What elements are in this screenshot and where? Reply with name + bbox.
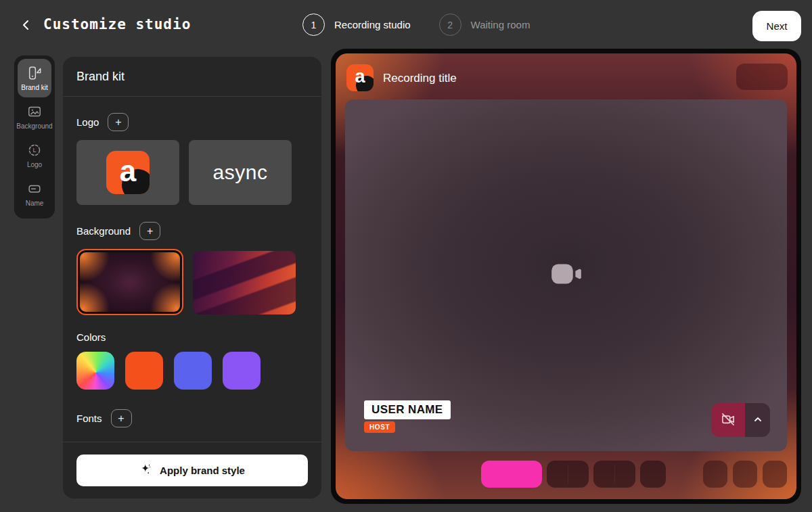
- async-logo-mark: a: [106, 151, 150, 194]
- logo-section-header: Logo +: [76, 113, 308, 131]
- host-badge: HOST: [364, 421, 395, 433]
- logo-badge-icon: L: [27, 143, 42, 158]
- camera-control: [711, 403, 770, 437]
- rail-item-brand-kit[interactable]: Brand kit: [18, 59, 51, 97]
- corner-glow-gradient-thumb: [80, 252, 180, 312]
- background-thumb-stripes[interactable]: [193, 251, 296, 315]
- fonts-section-label: Fonts: [76, 413, 102, 424]
- branded-frame: a Recording title USER NAME HOST: [336, 53, 796, 499]
- frame-logo-letter: a: [355, 66, 365, 87]
- background-section-label: Background: [76, 225, 131, 237]
- step-label: Recording studio: [334, 19, 411, 30]
- chevron-up-icon: [752, 414, 763, 427]
- nameplate: USER NAME HOST: [364, 400, 451, 433]
- add-logo-button[interactable]: +: [108, 113, 129, 131]
- timer-placeholder-pill: [736, 64, 788, 90]
- logo-tile-mark[interactable]: a: [76, 140, 179, 205]
- rail-item-background[interactable]: Background: [14, 97, 55, 136]
- camera-options-button[interactable]: [745, 403, 770, 437]
- control-chip-3[interactable]: [763, 461, 787, 488]
- color-swatch-orange[interactable]: [125, 352, 163, 390]
- add-font-button[interactable]: +: [111, 409, 132, 427]
- logo-letter: a: [120, 154, 136, 188]
- rail-item-label: Background: [16, 122, 52, 130]
- recording-title: Recording title: [383, 72, 457, 85]
- step-number: 2: [439, 14, 461, 36]
- colors-section-header: Colors: [76, 331, 308, 343]
- settings-rail: Brand kit Background L Logo: [14, 55, 55, 218]
- color-swatch-rainbow[interactable]: [76, 352, 114, 390]
- color-swatch-purple[interactable]: [223, 352, 261, 390]
- apply-brand-style-label: Apply brand style: [160, 465, 245, 476]
- color-swatch-blue[interactable]: [174, 352, 212, 390]
- layout-toolbar: [481, 461, 666, 488]
- participant-video-tile: USER NAME HOST: [345, 99, 787, 451]
- chevron-left-icon: [20, 18, 31, 34]
- brand-kit-panel: Brand kit Logo + a async Background +: [63, 57, 321, 498]
- control-toolbar: [703, 461, 787, 488]
- back-button[interactable]: [16, 16, 35, 35]
- background-image-icon: [27, 104, 42, 119]
- layout-chip-split-2[interactable]: [593, 461, 635, 488]
- logo-tile-wordmark[interactable]: async: [189, 140, 292, 205]
- frame-logo-mark: a: [346, 64, 374, 91]
- control-chip-2[interactable]: [733, 461, 757, 488]
- background-thumbnails: [76, 249, 308, 315]
- rail-item-label: Logo: [27, 161, 42, 168]
- fonts-section-header: Fonts +: [76, 409, 308, 427]
- camera-off-button[interactable]: [711, 403, 745, 437]
- panel-footer: Apply brand style: [63, 442, 321, 498]
- participant-name: USER NAME: [364, 400, 451, 419]
- brand-kit-icon: [27, 66, 42, 80]
- logo-tiles: a async: [76, 140, 308, 205]
- background-thumb-selected[interactable]: [76, 249, 183, 315]
- apply-brand-style-button[interactable]: Apply brand style: [76, 455, 308, 486]
- step-recording-studio[interactable]: 1 Recording studio: [302, 14, 411, 36]
- svg-text:L: L: [32, 147, 36, 154]
- async-wordmark: async: [213, 161, 268, 184]
- studio-preview: a Recording title USER NAME HOST: [331, 49, 801, 504]
- panel-header: Brand kit: [63, 57, 321, 97]
- colors-section-label: Colors: [76, 331, 106, 343]
- layout-chip-single[interactable]: [640, 461, 666, 488]
- background-section-header: Background +: [76, 222, 308, 240]
- camera-icon: [550, 262, 583, 288]
- rail-item-label: Brand kit: [21, 84, 47, 91]
- camera-off-icon: [719, 411, 737, 430]
- add-background-button[interactable]: +: [139, 222, 160, 240]
- rail-item-logo[interactable]: L Logo: [14, 136, 55, 174]
- name-tag-icon: [27, 181, 42, 196]
- customize-studio-screen: Customize studio 1 Recording studio 2 Wa…: [0, 0, 812, 512]
- stepper: 1 Recording studio 2 Waiting room: [302, 14, 530, 36]
- logo-section-label: Logo: [76, 116, 99, 128]
- control-chip-1[interactable]: [703, 461, 727, 488]
- step-number: 1: [302, 14, 325, 36]
- panel-title: Brand kit: [76, 70, 308, 84]
- sparkle-icon: [139, 463, 153, 478]
- layout-chip-split-1[interactable]: [547, 461, 589, 488]
- color-swatches: [76, 352, 308, 390]
- next-button[interactable]: Next: [752, 11, 801, 41]
- page-title: Customize studio: [43, 16, 191, 32]
- rail-item-label: Name: [26, 200, 44, 207]
- step-label: Waiting room: [471, 19, 531, 30]
- step-waiting-room[interactable]: 2 Waiting room: [439, 14, 531, 36]
- panel-body: Logo + a async Background +: [63, 97, 321, 442]
- layout-chip-active[interactable]: [481, 461, 542, 488]
- rail-item-name[interactable]: Name: [14, 174, 55, 213]
